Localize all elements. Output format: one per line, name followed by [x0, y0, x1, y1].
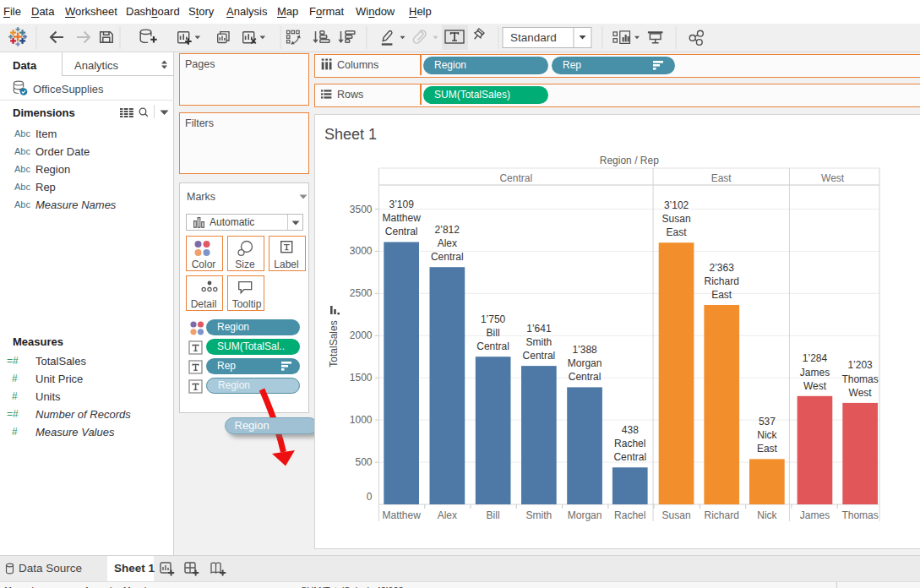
svg-text:438: 438 — [622, 424, 639, 436]
svg-text:Richard: Richard — [705, 275, 739, 287]
svg-text:Thomas: Thomas — [841, 509, 878, 521]
svg-text:3’109: 3’109 — [389, 199, 415, 210]
svg-text:3’102: 3’102 — [664, 199, 689, 211]
svg-text:Central: Central — [476, 340, 509, 352]
svg-text:1500: 1500 — [350, 372, 373, 384]
svg-text:West: West — [821, 172, 845, 184]
svg-text:East: East — [711, 172, 732, 184]
svg-text:Rachel: Rachel — [614, 509, 645, 521]
svg-text:1’284: 1’284 — [803, 352, 828, 364]
svg-text:Thomas: Thomas — [841, 373, 878, 385]
svg-text:West: West — [849, 387, 873, 399]
svg-text:3000: 3000 — [350, 245, 373, 257]
svg-text:500: 500 — [355, 456, 372, 468]
svg-text:1’203: 1’203 — [847, 359, 873, 371]
svg-text:1’388: 1’388 — [572, 344, 597, 356]
svg-text:Smith: Smith — [526, 336, 553, 348]
svg-text:East: East — [667, 226, 688, 238]
svg-text:James: James — [800, 367, 830, 378]
svg-text:Central: Central — [431, 251, 464, 263]
svg-text:Standard: Standard — [510, 31, 557, 44]
svg-text:1’641: 1’641 — [526, 323, 552, 335]
svg-text:Morgan: Morgan — [568, 509, 602, 521]
svg-text:1000: 1000 — [350, 414, 373, 426]
svg-text:Central: Central — [613, 451, 646, 463]
svg-text:Alex: Alex — [438, 237, 457, 249]
svg-text:2’812: 2’812 — [435, 224, 460, 236]
svg-text:Nick: Nick — [757, 429, 777, 441]
svg-text:2’363: 2’363 — [710, 262, 735, 274]
svg-text:Region / Rep: Region / Rep — [600, 155, 659, 166]
svg-text:Central: Central — [523, 350, 556, 362]
svg-text:Nick: Nick — [757, 509, 777, 521]
svg-text:Matthew: Matthew — [383, 509, 422, 521]
svg-text:Rachel: Rachel — [614, 438, 645, 449]
svg-text:East: East — [757, 443, 778, 455]
svg-text:James: James — [800, 509, 830, 521]
svg-text:Central: Central — [569, 371, 602, 383]
svg-text:537: 537 — [759, 416, 776, 427]
svg-text:Susan: Susan — [662, 213, 691, 225]
svg-text:1’750: 1’750 — [481, 313, 506, 325]
svg-text:Susan: Susan — [662, 509, 691, 521]
svg-text:Smith: Smith — [526, 509, 553, 521]
svg-text:Morgan: Morgan — [568, 357, 602, 369]
svg-text:3500: 3500 — [350, 204, 373, 215]
svg-text:Richard: Richard — [705, 509, 739, 521]
svg-text:Alex: Alex — [438, 509, 457, 521]
svg-text:2000: 2000 — [350, 329, 373, 341]
svg-text:2500: 2500 — [350, 287, 373, 299]
svg-text:Central: Central — [499, 172, 532, 184]
svg-text:Central: Central — [385, 226, 418, 237]
svg-text:TotalSales: TotalSales — [328, 320, 340, 367]
svg-text:Bill: Bill — [487, 509, 500, 521]
svg-text:East: East — [711, 289, 732, 301]
svg-text:0: 0 — [367, 491, 373, 503]
svg-text:Matthew: Matthew — [383, 212, 422, 224]
svg-text:West: West — [803, 380, 827, 392]
svg-text:Bill: Bill — [487, 327, 500, 339]
